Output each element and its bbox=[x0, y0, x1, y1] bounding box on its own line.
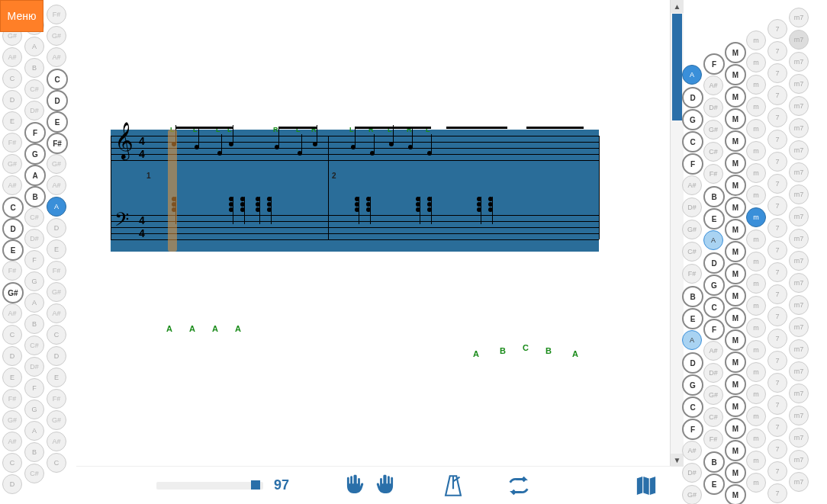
right-key-5-2[interactable]: m7 bbox=[789, 52, 809, 72]
right-key-3-5[interactable]: m bbox=[746, 141, 766, 161]
right-key-5-5[interactable]: m7 bbox=[789, 118, 809, 138]
right-key-3-19[interactable]: m bbox=[746, 451, 766, 470]
right-key-4-16[interactable]: 7 bbox=[767, 373, 787, 393]
right-key-2-18[interactable]: M bbox=[725, 440, 746, 461]
right-key-5-15[interactable]: m7 bbox=[789, 339, 809, 359]
right-key-0-5[interactable]: A# bbox=[682, 175, 702, 195]
right-key-2-19[interactable]: M bbox=[725, 462, 746, 483]
right-key-1-5[interactable]: F# bbox=[703, 164, 723, 184]
right-key-2-13[interactable]: M bbox=[725, 329, 746, 351]
left-key-F-1-5[interactable]: F bbox=[24, 122, 46, 143]
right-key-4-19[interactable]: 7 bbox=[767, 439, 787, 459]
right-key-2-5[interactable]: M bbox=[725, 152, 746, 174]
right-key-1-6[interactable]: B bbox=[703, 186, 725, 207]
left-key-D-0-15[interactable]: D bbox=[2, 346, 22, 366]
left-key-C-0-14[interactable]: C bbox=[2, 325, 22, 345]
left-key-Fs-0-17[interactable]: F# bbox=[2, 389, 22, 409]
right-key-5-10[interactable]: m7 bbox=[789, 229, 809, 249]
right-key-5-8[interactable]: m7 bbox=[789, 185, 809, 204]
left-key-Gs-2-1[interactable]: G# bbox=[47, 26, 66, 46]
tempo-slider-thumb-icon[interactable] bbox=[251, 480, 260, 490]
right-key-2-20[interactable]: M bbox=[725, 484, 746, 504]
right-key-1-19[interactable]: E bbox=[703, 474, 725, 495]
right-key-1-4[interactable]: C# bbox=[703, 142, 723, 162]
right-key-2-6[interactable]: M bbox=[725, 175, 746, 196]
right-key-2-12[interactable]: M bbox=[725, 307, 746, 329]
left-key-Ds-1-16[interactable]: D# bbox=[24, 357, 44, 377]
left-key-As-0-19[interactable]: A# bbox=[2, 432, 22, 451]
left-key-As-2-8[interactable]: A# bbox=[47, 175, 66, 195]
right-key-3-18[interactable]: m bbox=[746, 429, 766, 448]
right-key-3-16[interactable]: m bbox=[746, 384, 766, 404]
right-hand-button[interactable] bbox=[370, 470, 405, 501]
right-key-3-17[interactable]: m bbox=[746, 406, 766, 426]
left-key-G-1-12[interactable]: G bbox=[24, 271, 44, 291]
right-key-1-13[interactable]: A# bbox=[703, 341, 723, 361]
right-key-0-17[interactable]: A# bbox=[682, 441, 702, 461]
left-key-G-1-18[interactable]: G bbox=[24, 400, 44, 419]
right-key-1-0[interactable]: F bbox=[703, 53, 725, 75]
right-key-5-0[interactable]: m7 bbox=[789, 8, 809, 27]
right-key-4-14[interactable]: 7 bbox=[767, 329, 787, 348]
left-key-C-2-3[interactable]: C bbox=[47, 69, 68, 90]
right-key-5-9[interactable]: m7 bbox=[789, 207, 809, 226]
right-key-2-0[interactable]: M bbox=[725, 42, 746, 63]
right-key-0-18[interactable]: D# bbox=[682, 463, 702, 483]
left-key-Gs-0-12[interactable]: G# bbox=[2, 282, 24, 303]
right-key-1-1[interactable]: A# bbox=[703, 75, 723, 95]
right-key-0-19[interactable]: G# bbox=[682, 485, 702, 504]
right-key-0-16[interactable]: F bbox=[682, 419, 703, 440]
right-key-3-3[interactable]: m bbox=[746, 97, 766, 117]
left-key-As-2-2[interactable]: A# bbox=[47, 47, 66, 67]
left-key-C-0-20[interactable]: C bbox=[2, 453, 22, 473]
left-key-G-1-6[interactable]: G bbox=[24, 143, 46, 165]
left-key-C-2-15[interactable]: C bbox=[47, 325, 66, 345]
right-key-2-1[interactable]: M bbox=[725, 64, 746, 85]
left-key-Ds-1-10[interactable]: D# bbox=[24, 229, 44, 249]
right-key-4-9[interactable]: 7 bbox=[767, 218, 787, 238]
right-key-4-21[interactable]: 7 bbox=[767, 483, 787, 503]
right-key-4-7[interactable]: 7 bbox=[767, 174, 787, 194]
right-key-2-16[interactable]: M bbox=[725, 396, 746, 417]
left-key-E-2-5[interactable]: E bbox=[47, 111, 68, 133]
right-key-1-11[interactable]: C bbox=[703, 297, 725, 318]
left-key-Cs-1-21[interactable]: C# bbox=[24, 464, 44, 483]
left-key-As-0-13[interactable]: A# bbox=[2, 303, 22, 323]
right-key-1-12[interactable]: F bbox=[703, 319, 725, 340]
left-key-Cs-1-3[interactable]: C# bbox=[24, 79, 44, 99]
right-key-5-20[interactable]: m7 bbox=[789, 450, 809, 470]
left-key-Fs-2-12[interactable]: F# bbox=[47, 261, 66, 281]
left-key-C-2-21[interactable]: C bbox=[47, 453, 66, 473]
left-key-Cs-1-15[interactable]: C# bbox=[24, 335, 44, 355]
right-key-2-11[interactable]: M bbox=[725, 285, 746, 307]
left-key-F-1-17[interactable]: F bbox=[24, 378, 44, 398]
left-key-A-1-19[interactable]: A bbox=[24, 421, 44, 441]
loop-button[interactable] bbox=[501, 470, 536, 501]
left-key-Fs-2-0[interactable]: F# bbox=[47, 5, 66, 24]
right-key-4-3[interactable]: 7 bbox=[767, 85, 787, 105]
right-key-3-12[interactable]: m bbox=[746, 296, 766, 316]
left-key-active[interactable]: A bbox=[47, 197, 66, 217]
left-key-E-2-17[interactable]: E bbox=[47, 368, 66, 387]
right-key-0-10[interactable]: B bbox=[682, 286, 703, 307]
left-key-As-2-14[interactable]: A# bbox=[47, 303, 66, 323]
right-key-4-1[interactable]: 7 bbox=[767, 41, 787, 61]
left-key-B-1-2[interactable]: B bbox=[24, 58, 44, 78]
score-area[interactable]: 𝄞 𝄢 4 4 4 4 1 2 LLLLRLRLRLRL AAAAABCBA ▲… bbox=[76, 0, 684, 467]
right-key-4-17[interactable]: 7 bbox=[767, 395, 787, 415]
right-key-3-13[interactable]: m bbox=[746, 318, 766, 338]
right-key-1-10[interactable]: G bbox=[703, 274, 725, 296]
right-key-0-9[interactable]: F# bbox=[682, 264, 702, 284]
right-key-1-9[interactable]: D bbox=[703, 252, 725, 274]
right-key-1-8[interactable]: A bbox=[703, 230, 723, 250]
right-key-4-4[interactable]: 7 bbox=[767, 108, 787, 127]
metronome-button[interactable] bbox=[436, 470, 471, 501]
left-key-D-2-4[interactable]: D bbox=[47, 90, 68, 111]
right-key-5-4[interactable]: m7 bbox=[789, 96, 809, 116]
right-key-3-2[interactable]: m bbox=[746, 75, 766, 95]
left-key-D-0-9[interactable]: D bbox=[2, 218, 24, 239]
right-key-3-0[interactable]: m bbox=[746, 30, 766, 50]
right-key-4-6[interactable]: 7 bbox=[767, 152, 787, 172]
left-key-As-0-7[interactable]: A# bbox=[2, 175, 22, 195]
right-key-0-15[interactable]: C bbox=[682, 396, 703, 418]
